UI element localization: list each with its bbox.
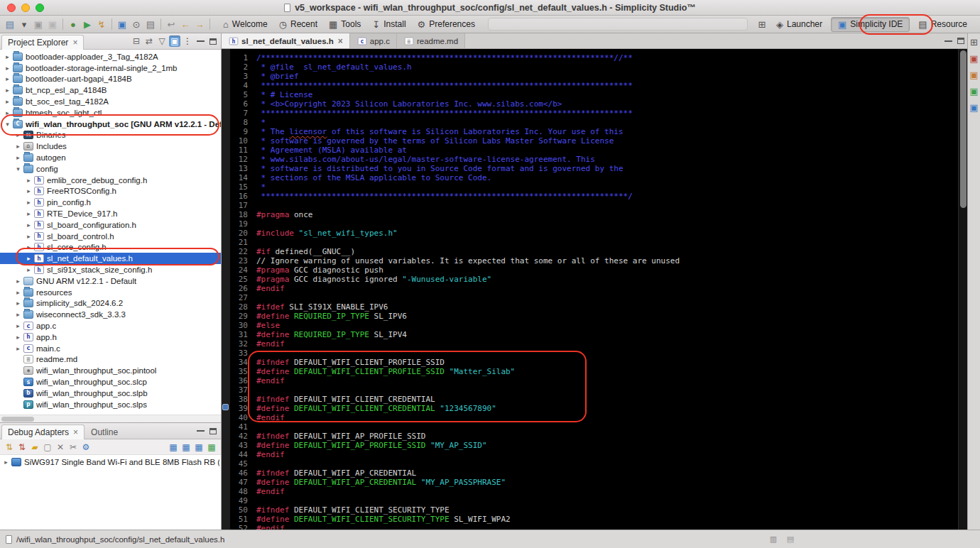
code-line[interactable]: #ifndef DEFAULT_WIFI_CLIENT_SECURITY_TYP… [256, 505, 967, 515]
tree-item[interactable]: ▸autogen [0, 152, 221, 163]
chevron-right-icon[interactable]: ▸ [13, 289, 23, 296]
editor-scrollbar[interactable] [958, 49, 967, 530]
line-number[interactable]: 33 [230, 349, 248, 358]
chevron-right-icon[interactable]: ▸ [24, 221, 33, 229]
code-lines[interactable]: /***************************************… [251, 49, 967, 530]
line-number[interactable]: 45 [230, 459, 248, 468]
code-line[interactable]: * software is governed by the terms of S… [256, 136, 967, 146]
line-number[interactable]: 39 [230, 404, 248, 413]
line-number[interactable]: 28 [230, 302, 248, 312]
console-icon[interactable]: ▤ [144, 18, 157, 31]
recent-button[interactable]: ◷Recent [273, 18, 323, 31]
explorer-hscrollbar-thumb[interactable] [1, 417, 34, 422]
code-line[interactable] [256, 496, 967, 505]
chevron-right-icon[interactable]: ▸ [13, 300, 23, 307]
chevron-right-icon[interactable]: ▸ [3, 98, 12, 105]
code-line[interactable]: // Ignore warning of unused variables. I… [256, 256, 967, 265]
line-number[interactable]: 14 [230, 173, 248, 182]
dropdown-caret-icon[interactable]: ▾ [18, 18, 31, 31]
view-menu-icon[interactable]: ⋮ [182, 35, 193, 47]
undo-icon[interactable]: ↩ [165, 18, 178, 31]
tree-item[interactable]: wifi_wlan_throughput_soc.pintool [0, 365, 221, 376]
code-line[interactable]: #ifndef DEFAULT_WIFI_AP_PROFILE_SSID [256, 432, 967, 441]
tree-item[interactable]: ▸bt_soc_esl_tag_4182A [0, 96, 221, 107]
welcome-button[interactable]: ⌂Welcome [217, 18, 273, 31]
code-line[interactable] [256, 201, 967, 210]
line-number[interactable]: 49 [230, 496, 248, 505]
code-line[interactable]: #define DEFAULT_WIFI_CLIENT_CREDENTIAL "… [256, 404, 967, 413]
tree-item[interactable]: ▸Binaries [0, 130, 221, 141]
line-number[interactable]: 2 [230, 62, 248, 72]
code-line[interactable] [256, 349, 967, 358]
tree-item[interactable]: ▸simplicity_sdk_2024.6.2 [0, 298, 221, 309]
progress-icon[interactable]: ▥ [768, 535, 778, 544]
link-editor-icon[interactable]: ⇄ [143, 35, 155, 47]
chevron-down-icon[interactable]: ▾ [13, 165, 23, 172]
focus-active-editor-icon[interactable]: ▣ [169, 35, 180, 47]
line-number[interactable]: 46 [230, 468, 248, 478]
tree-item[interactable]: ▸Includes [0, 141, 221, 152]
code-line[interactable]: ****************************************… [256, 192, 967, 201]
code-line[interactable]: #include "sl_net_wifi_types.h" [256, 229, 967, 238]
chevron-right-icon[interactable]: ▸ [24, 187, 33, 194]
line-number[interactable]: 47 [230, 478, 248, 487]
editor-tab-readme.md[interactable]: readme.md [397, 33, 465, 48]
minimize-editor-icon[interactable] [944, 40, 952, 42]
chevron-right-icon[interactable]: ▸ [13, 143, 23, 150]
line-number[interactable]: 48 [230, 487, 248, 496]
close-tab-icon[interactable]: × [338, 36, 343, 46]
line-number[interactable]: 41 [230, 422, 248, 432]
code-line[interactable]: #define DEFAULT_WIFI_AP_CREDENTIAL "MY_A… [256, 478, 967, 487]
perspective-resource[interactable]: ▤Resource [911, 17, 974, 32]
connect-adapter-icon[interactable]: ⇅ [4, 442, 15, 453]
code-line[interactable]: #ifndef DEFAULT_WIFI_AP_CREDENTIAL [256, 468, 967, 478]
line-number[interactable]: 50 [230, 505, 248, 515]
code-line[interactable]: * Agreement (MSLA) available at [256, 146, 967, 155]
line-number[interactable]: 1 [230, 53, 248, 62]
tree-item[interactable]: ▸bt_ncp_esl_ap_4184B [0, 84, 221, 96]
code-line[interactable]: * sections of the MSLA applicable to Sou… [256, 173, 967, 182]
perspective-simplicity-ide[interactable]: ▣Simplicity IDE [831, 17, 910, 32]
editor-scrollbar-thumb[interactable] [960, 50, 967, 208]
line-number[interactable]: 23 [230, 256, 248, 265]
code-line[interactable]: #endif [256, 487, 967, 496]
save-all-icon[interactable]: ▣ [46, 18, 59, 31]
tree-item[interactable]: readme.md [0, 354, 221, 366]
line-number[interactable]: 9 [230, 127, 248, 136]
back-icon[interactable]: ← [179, 18, 192, 31]
line-number[interactable]: 35 [230, 367, 248, 376]
add-view-icon[interactable]: ▦ [206, 442, 217, 453]
editor-tab-sl_net_default_values.h[interactable]: sl_net_default_values.h× [222, 33, 350, 48]
table-view-icon[interactable]: ▦ [168, 442, 179, 453]
open-perspective-icon[interactable]: ⊞ [756, 18, 768, 31]
code-line[interactable]: #define REQUIRED_IP_TYPE SL_IPV6 [256, 312, 967, 321]
run-icon[interactable]: ▶ [81, 18, 94, 31]
filter-icon[interactable]: ▽ [156, 35, 168, 47]
tab-outline[interactable]: Outline [85, 424, 124, 439]
code-line[interactable]: #endif [256, 413, 967, 422]
code-line[interactable]: * [256, 118, 967, 127]
tree-item[interactable]: ▸wiseconnect3_sdk_3.3.3 [0, 309, 221, 320]
chevron-right-icon[interactable]: ▸ [24, 266, 33, 273]
cut-icon[interactable]: ✂ [67, 442, 79, 453]
chevron-right-icon[interactable]: ▸ [24, 243, 33, 251]
minimize-view-icon[interactable] [197, 430, 205, 432]
line-number[interactable]: 10 [230, 136, 248, 146]
new-item-icon[interactable]: ▢ [42, 442, 53, 453]
chevron-right-icon[interactable]: ▸ [3, 65, 12, 72]
line-number[interactable]: 34 [230, 358, 248, 367]
wrench-tool-icon[interactable]: ▣ [969, 69, 980, 80]
line-number[interactable]: 11 [230, 146, 248, 155]
line-number[interactable]: 42 [230, 432, 248, 441]
tree-item[interactable]: ▸sl_si91x_stack_size_config.h [0, 264, 221, 275]
debug-icon[interactable]: ● [67, 18, 80, 31]
minimize-window-button[interactable] [21, 4, 30, 12]
tree-item[interactable]: ▾wifi_wlan_throughput_soc [GNU ARM v12.2… [0, 119, 221, 130]
line-number[interactable]: 43 [230, 441, 248, 450]
code-line[interactable] [256, 459, 967, 468]
monitor-tool-icon[interactable]: ▣ [969, 102, 980, 113]
notifications-icon[interactable]: ▤ [785, 535, 795, 544]
columns-view-icon[interactable]: ▦ [193, 442, 205, 453]
code-line[interactable]: * # License [256, 90, 967, 99]
line-number[interactable]: 32 [230, 339, 248, 349]
